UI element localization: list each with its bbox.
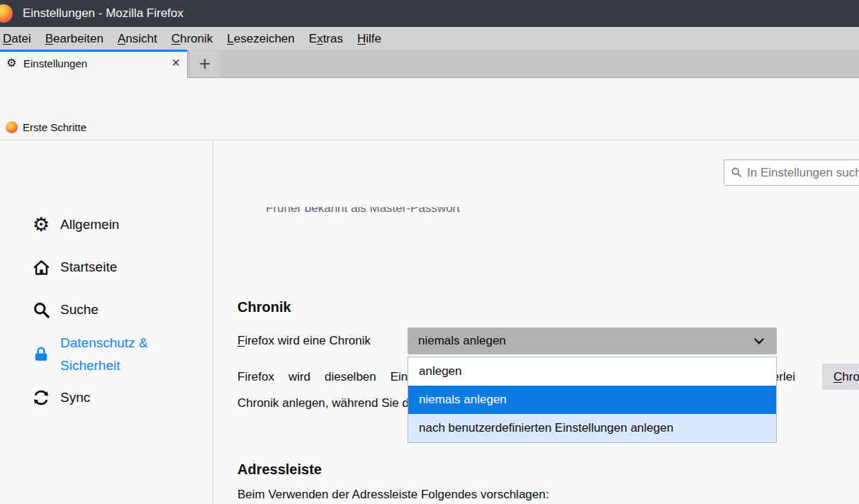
tab-einstellungen[interactable]: ⚙ Einstellungen × — [0, 50, 188, 78]
menu-datei[interactable]: Datei — [0, 32, 38, 46]
sidebar-item-allgemein[interactable]: ⚙ Allgemein — [0, 213, 211, 236]
section-title-adressleiste: Adressleiste — [237, 461, 322, 478]
master-password-note: Früher bekannt als Master-Passwort — [266, 207, 563, 215]
settings-content: ⚙ Allgemein Startseite Suche — [0, 140, 859, 504]
title-bar: Einstellungen - Mozilla Firefox — [0, 0, 859, 27]
navigation-toolbar: ← → ↻ Firefox about:preferences#privacy … — [0, 78, 859, 115]
new-tab-button[interactable]: + — [190, 50, 220, 77]
menu-lesezeichen[interactable]: Lesezeichen — [220, 32, 301, 46]
sidebar-item-label: Sync — [60, 386, 206, 409]
gear-icon: ⚙ — [6, 57, 16, 69]
sidebar-item-label: Datenschutz & Sicherheit — [60, 332, 206, 377]
gear-icon: ⚙ — [31, 215, 51, 235]
menu-hilfe[interactable]: Hilfe — [350, 32, 388, 46]
sidebar-item-datenschutz-sicherheit[interactable]: Datenschutz & Sicherheit — [0, 332, 211, 377]
firefox-bookmark-icon — [6, 121, 18, 133]
section-title-chronik: Chronik — [237, 299, 291, 315]
sync-icon — [31, 388, 51, 408]
history-select-value: niemals anlegen — [418, 334, 506, 348]
tab-title: Einstellungen — [23, 57, 87, 69]
tab-strip: ⚙ Einstellungen × + — [0, 50, 859, 78]
sidebar-item-suche[interactable]: Suche — [0, 298, 211, 321]
dropdown-option-niemals-anlegen[interactable]: niemals anlegen — [408, 386, 776, 414]
dropdown-option-anlegen[interactable]: anlegen — [408, 357, 776, 386]
menu-extras[interactable]: Extras — [302, 32, 350, 46]
lock-icon — [31, 345, 51, 364]
history-mode-dropdown: anlegen niemals anlegen nach benutzerdef… — [408, 357, 777, 443]
search-icon — [731, 167, 742, 181]
clipped-scroll-text: Früher bekannt als Master-Passwort — [266, 207, 563, 216]
firefox-window: Einstellungen - Mozilla Firefox Datei Be… — [0, 0, 859, 504]
settings-search-input[interactable] — [724, 159, 859, 186]
search-icon — [31, 300, 51, 320]
menu-ansicht[interactable]: Ansicht — [111, 32, 164, 46]
chevron-down-icon — [754, 338, 764, 345]
bookmark-erste-schritte[interactable]: Erste Schritte — [23, 121, 86, 133]
addressbar-description: Beim Verwenden der Adressleiste Folgende… — [237, 488, 549, 502]
active-tab-indicator — [0, 50, 187, 52]
history-mode-select[interactable]: niemals anlegen — [408, 327, 777, 354]
menu-bearbeiten[interactable]: Bearbeiten — [38, 32, 111, 46]
settings-search — [724, 159, 859, 186]
bookmarks-bar: Erste Schritte — [0, 115, 859, 140]
home-icon — [31, 257, 51, 277]
dropdown-option-benutzerdefiniert[interactable]: nach benutzerdefinierten Einstellungen a… — [408, 414, 776, 442]
sidebar-item-sync[interactable]: Sync — [0, 386, 211, 409]
clear-history-button[interactable]: Chronik leeren… — [822, 364, 859, 390]
menu-chronik[interactable]: Chronik — [164, 32, 220, 46]
sidebar-item-label: Startseite — [60, 256, 206, 279]
window-title: Einstellungen - Mozilla Firefox — [23, 6, 184, 21]
sidebar-item-label: Suche — [60, 298, 206, 321]
sidebar-divider — [213, 140, 213, 504]
firefox-logo-icon — [0, 4, 13, 23]
tab-close-icon[interactable]: × — [172, 55, 180, 71]
menu-bar: Datei Bearbeiten Ansicht Chronik Lesezei… — [0, 27, 859, 50]
sidebar-item-label: Allgemein — [60, 213, 206, 236]
history-select-label: Firefox wird eine Chronik — [237, 334, 371, 348]
sidebar-item-startseite[interactable]: Startseite — [0, 256, 211, 279]
